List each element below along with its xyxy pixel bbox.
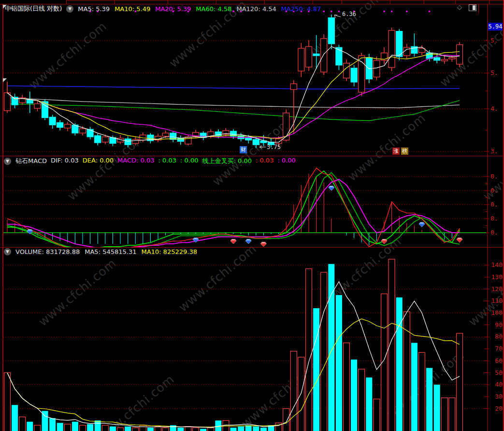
svg-text:0.: 0.: [490, 201, 498, 208]
svg-text:120: 120: [491, 285, 503, 293]
volume-header: ▼ VOLUME: 831728.88MA5: 545815.31MA10: 8…: [4, 248, 197, 255]
volume-panel-border: [0, 247, 504, 248]
toolbar-divider: [424, 0, 424, 4]
price-axis-line: [487, 4, 488, 431]
diamond-tool-icon[interactable]: ◇: [457, 3, 462, 11]
header-segment: MACD: 0.03: [117, 157, 154, 165]
header-segment: MA60: 4.58: [196, 5, 231, 13]
svg-text:90: 90: [495, 321, 503, 328]
macd-value-labels: 钻石MACDDIF: 0.03DEA: 0.00MACD: 0.03: 0.03…: [15, 157, 296, 165]
header-segment: 钻石MACD: [15, 157, 47, 165]
macd-panel-border: [0, 156, 504, 156]
red-gem-signal-icon: [230, 239, 236, 244]
toolbar-top-border: [66, 0, 504, 0]
toolbar-divider: [390, 0, 390, 4]
toolbar-divider: [489, 0, 490, 4]
svg-text:20: 20: [495, 405, 503, 412]
header-segment: MA5: 5.39: [78, 5, 110, 13]
header-segment: MA120: 4.54: [236, 5, 276, 13]
stock-app-window: www.cfchi.comwww.cfchi.comwww.cfchi.comw…: [0, 0, 504, 431]
header-segment: : 0.00: [277, 157, 295, 165]
volume-value-labels: VOLUME: 831728.88MA5: 545815.31MA10: 825…: [15, 248, 197, 255]
blue-gem-signal-icon: [419, 223, 425, 227]
panel-layout-icon[interactable]: [469, 4, 476, 11]
header-segment: : 0.00: [180, 157, 198, 165]
toolbar-divider: [66, 0, 67, 4]
svg-text:5.: 5.: [490, 37, 498, 44]
header-segment: : 0.03: [158, 157, 176, 165]
svg-text:3.: 3.: [490, 148, 498, 155]
header-segment: DIF: 0.03: [51, 157, 79, 165]
event-marker-badge[interactable]: 涨: [392, 148, 400, 155]
toolbar-divider: [264, 0, 265, 4]
svg-text:130: 130: [491, 273, 503, 281]
header-segment: MA5: 545815.31: [85, 248, 136, 255]
left-panel-border: [2, 4, 3, 431]
toolbar-divider: [342, 0, 342, 4]
svg-text:4.: 4.: [490, 105, 498, 112]
svg-text:0.: 0.: [490, 173, 498, 180]
page-title: 中铝国际(日线 对数): [5, 4, 62, 13]
event-marker-badge[interactable]: 榜: [401, 148, 408, 155]
toolbar-divider: [455, 0, 456, 4]
svg-text:5.: 5.: [490, 69, 498, 76]
last-price-badge: 5.94: [488, 23, 503, 30]
header-segment: MA10: 5.49: [115, 5, 150, 13]
high-price-annotation: 6.36: [342, 11, 356, 17]
svg-text:0.: 0.: [490, 229, 498, 236]
svg-text:40: 40: [495, 381, 503, 388]
header-segment: MA250: 4.87: [281, 5, 321, 13]
svg-text:30: 30: [495, 393, 503, 400]
svg-text:70: 70: [495, 345, 503, 352]
event-marker-badge[interactable]: 财: [240, 146, 247, 153]
main-chart-header: 中铝国际(日线 对数) ▼ MA5: 5.39MA10: 5.49MA20: 5…: [5, 4, 321, 13]
header-segment: 线上金叉买: 0.00: [202, 157, 251, 165]
low-price-annotation: 3.75: [267, 144, 281, 150]
svg-text:110: 110: [491, 297, 503, 304]
macd-chart[interactable]: 0.0.0.0.0.: [0, 156, 504, 247]
header-segment: MA10: 825229.38: [141, 248, 197, 255]
header-segment: DEA: 0.00: [83, 157, 114, 165]
svg-text:80: 80: [495, 333, 503, 340]
svg-text:140: 140: [491, 261, 503, 268]
blue-gem-signal-icon: [329, 186, 334, 191]
svg-text:60: 60: [495, 357, 503, 364]
toolbar-divider: [168, 0, 168, 4]
toolbar-divider: [115, 0, 115, 4]
toolbar-divider: [313, 0, 313, 4]
red-gem-signal-icon: [457, 238, 462, 243]
left-expand-marker-icon[interactable]: [3, 78, 7, 82]
toolbar-divider: [216, 0, 216, 4]
header-segment: MA20: 5.39: [155, 5, 191, 13]
chevron-down-icon[interactable]: ▼: [4, 248, 11, 255]
ma-value-labels: MA5: 5.39MA10: 5.49MA20: 5.39MA60: 4.58M…: [78, 5, 321, 13]
svg-text:0.: 0.: [490, 215, 498, 222]
svg-text:100: 100: [491, 309, 503, 316]
header-divider: [478, 4, 479, 14]
macd-header: ▼ 钻石MACDDIF: 0.03DEA: 0.00MACD: 0.03: 0.…: [4, 157, 296, 165]
volume-chart[interactable]: 1401301201101009080706050403020: [0, 247, 504, 431]
blue-gem-signal-icon: [245, 239, 251, 244]
svg-text:50: 50: [495, 369, 503, 376]
chevron-down-icon[interactable]: ▼: [66, 5, 73, 13]
red-gem-signal-icon: [260, 242, 266, 247]
svg-text:0.: 0.: [490, 187, 498, 194]
header-segment: VOLUME: 831728.88: [15, 248, 80, 255]
red-gem-signal-icon: [381, 239, 387, 244]
header-segment: : 0.03: [256, 157, 274, 165]
candlestick-chart[interactable]: 5.5.4.3.: [0, 4, 504, 156]
chevron-down-icon[interactable]: ▼: [4, 158, 11, 165]
left-expand-marker-icon[interactable]: [3, 5, 7, 9]
